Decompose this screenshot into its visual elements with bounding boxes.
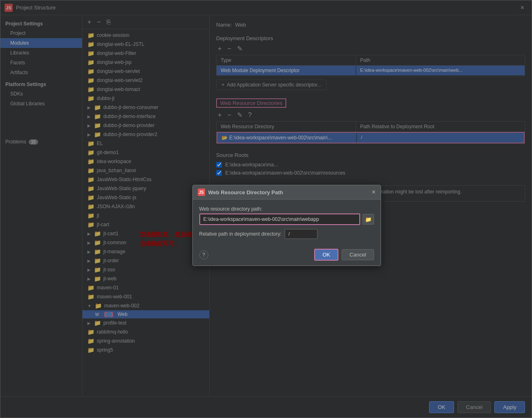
dialog-app-icon: JS: [198, 189, 205, 196]
dialog-overlay: JS Web Resource Directory Path × Web res…: [0, 0, 532, 418]
web-resource-dir-field: Web resource directory path: 📁: [199, 206, 374, 225]
project-structure-window: JS Project Structure × Project Settings …: [0, 0, 532, 418]
dialog-body: Web resource directory path: 📁 Relative …: [193, 200, 381, 245]
browse-button[interactable]: 📁: [363, 214, 374, 225]
web-resource-dir-input[interactable]: [199, 214, 360, 225]
dialog-help-button[interactable]: ?: [199, 250, 208, 259]
web-resource-dir-input-row: 📁: [199, 214, 374, 225]
dialog-title: Web Resource Directory Path: [208, 189, 372, 195]
dialog-title-bar: JS Web Resource Directory Path ×: [193, 185, 381, 200]
dialog-close-button[interactable]: ×: [372, 189, 375, 196]
dialog-cancel-button[interactable]: Cancel: [342, 249, 374, 260]
relative-path-field-row: Relative path in deployment directory:: [199, 229, 374, 239]
relative-path-label: Relative path in deployment directory:: [199, 231, 282, 237]
folder-browse-icon: 📁: [365, 216, 372, 223]
web-resource-path-dialog: JS Web Resource Directory Path × Web res…: [192, 185, 381, 266]
dialog-ok-button[interactable]: OK: [314, 249, 338, 261]
relative-path-input[interactable]: [285, 229, 317, 239]
web-resource-dir-label: Web resource directory path:: [199, 206, 374, 212]
dialog-footer: ? OK Cancel: [193, 245, 381, 266]
